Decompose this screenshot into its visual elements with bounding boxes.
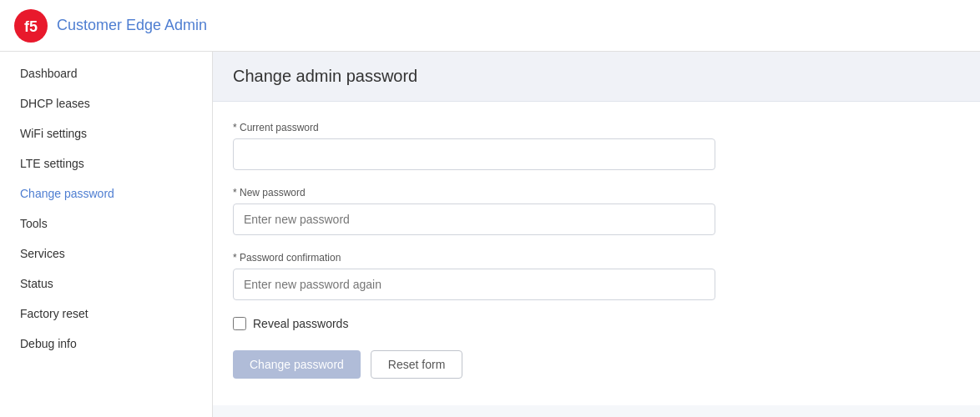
logo-container: f5 Customer Edge Admin <box>13 8 207 43</box>
sidebar-item-dashboard[interactable]: Dashboard <box>0 58 212 88</box>
sidebar-item-debug-info[interactable]: Debug info <box>0 329 212 359</box>
new-password-input[interactable] <box>233 203 715 235</box>
app-title: Customer Edge Admin <box>57 17 207 34</box>
reset-form-button[interactable]: Reset form <box>371 350 462 379</box>
reveal-passwords-label[interactable]: Reveal passwords <box>253 317 348 330</box>
sidebar-item-wifi-settings[interactable]: WiFi settings <box>0 118 212 148</box>
sidebar-item-lte-settings[interactable]: LTE settings <box>0 148 212 178</box>
current-password-group: * Current password <box>233 122 960 170</box>
layout: Dashboard DHCP leases WiFi settings LTE … <box>0 52 980 417</box>
reveal-passwords-checkbox[interactable] <box>233 317 246 330</box>
password-confirmation-input[interactable] <box>233 269 715 300</box>
sidebar: Dashboard DHCP leases WiFi settings LTE … <box>0 52 213 417</box>
svg-text:f5: f5 <box>24 18 38 35</box>
f5-logo: f5 <box>13 8 48 43</box>
change-password-button[interactable]: Change password <box>233 350 361 379</box>
main-content: Change admin password * Current password… <box>213 52 980 417</box>
current-password-input[interactable] <box>233 138 715 170</box>
page-header: Change admin password <box>213 52 980 102</box>
sidebar-item-factory-reset[interactable]: Factory reset <box>0 299 212 329</box>
sidebar-item-status[interactable]: Status <box>0 269 212 299</box>
password-confirmation-label: * Password confirmation <box>233 252 960 264</box>
header: f5 Customer Edge Admin <box>0 0 980 52</box>
page-title: Change admin password <box>233 67 960 86</box>
sidebar-item-services[interactable]: Services <box>0 239 212 269</box>
new-password-label: * New password <box>233 187 960 198</box>
button-row: Change password Reset form <box>233 350 960 379</box>
new-password-group: * New password <box>233 187 960 235</box>
reveal-passwords-row: Reveal passwords <box>233 317 960 330</box>
password-confirmation-group: * Password confirmation <box>233 252 960 300</box>
current-password-label: * Current password <box>233 122 960 133</box>
sidebar-item-tools[interactable]: Tools <box>0 208 212 239</box>
form-container: * Current password * New password * Pass… <box>213 102 980 405</box>
sidebar-item-dhcp-leases[interactable]: DHCP leases <box>0 88 212 118</box>
sidebar-item-change-password[interactable]: Change password <box>0 178 212 208</box>
